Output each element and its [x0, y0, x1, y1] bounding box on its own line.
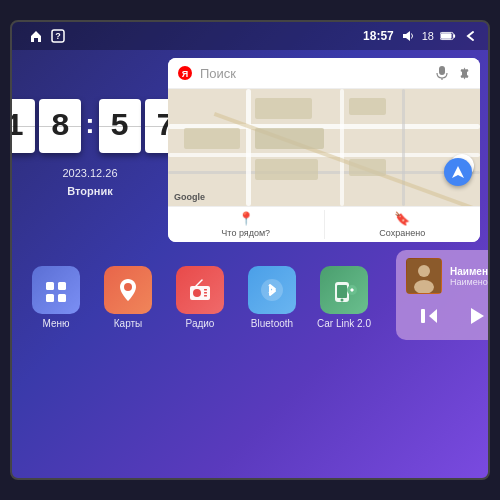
app-grid: Меню Карты — [20, 266, 380, 329]
app-item-menu[interactable]: Меню — [20, 266, 92, 329]
svg-rect-22 — [204, 292, 207, 294]
clock-hour-1: 1 — [10, 99, 35, 153]
flip-clock: 1 8 : 5 7 — [10, 99, 187, 153]
map-search-input[interactable]: Поиск — [200, 66, 428, 81]
svg-marker-2 — [403, 31, 410, 41]
music-avatar — [406, 258, 442, 294]
svg-text:?: ? — [55, 31, 61, 41]
svg-point-18 — [124, 283, 132, 291]
svg-marker-13 — [452, 166, 464, 178]
navigation-button[interactable] — [444, 158, 472, 186]
svg-marker-33 — [429, 309, 437, 323]
svg-line-24 — [196, 280, 202, 286]
google-logo: Google — [174, 192, 205, 202]
maps-app-icon — [104, 266, 152, 314]
carlink-app-icon — [320, 266, 368, 314]
clock-date: 2023.12.26 Вторник — [62, 165, 117, 200]
status-bar-right: 18:57 18 — [363, 28, 478, 44]
app-item-radio[interactable]: Радио — [164, 266, 236, 329]
clock-min-1: 5 — [99, 99, 141, 153]
battery-level: 18 — [422, 30, 434, 42]
svg-point-31 — [418, 265, 430, 277]
map-bottom-tabs: 📍 Что рядом? 🔖 Сохранено — [168, 206, 480, 242]
carlink-label: Car Link 2.0 — [317, 318, 371, 329]
clock-day-text: Вторник — [62, 183, 117, 201]
gear-icon[interactable] — [456, 65, 472, 81]
radio-label: Радио — [186, 318, 215, 329]
saved-icon: 🔖 — [394, 211, 410, 226]
svg-rect-16 — [46, 294, 54, 302]
svg-rect-34 — [421, 309, 425, 323]
music-info: Наименование песни Наименование певца — [450, 266, 490, 287]
map-tab-saved[interactable]: 🔖 Сохранено — [325, 207, 481, 242]
svg-rect-8 — [439, 66, 445, 75]
music-artist: Наименование певца — [450, 277, 490, 287]
svg-marker-35 — [471, 308, 484, 324]
menu-label: Меню — [42, 318, 69, 329]
status-bar: ? 18:57 18 — [12, 22, 488, 50]
music-title: Наименование песни — [450, 266, 490, 277]
battery-icon — [440, 28, 456, 44]
map-area[interactable]: ⊕ Google — [168, 89, 480, 206]
question-icon: ? — [50, 28, 66, 44]
music-controls — [406, 300, 490, 332]
play-button[interactable] — [460, 300, 490, 332]
app-item-bluetooth[interactable]: Bluetooth — [236, 266, 308, 329]
clock-date-text: 2023.12.26 — [62, 165, 117, 183]
menu-app-icon — [32, 266, 80, 314]
svg-rect-20 — [193, 289, 201, 297]
bluetooth-label: Bluetooth — [251, 318, 293, 329]
nearby-icon: 📍 — [238, 211, 254, 226]
clock-separator: : — [85, 110, 94, 138]
clock-hour-2: 8 — [39, 99, 81, 153]
home-icon[interactable] — [28, 28, 44, 44]
mic-icon[interactable] — [434, 65, 450, 81]
svg-point-28 — [341, 298, 344, 301]
svg-rect-17 — [58, 294, 66, 302]
nearby-label: Что рядом? — [221, 228, 270, 238]
bottom-section: Меню Карты — [12, 250, 488, 352]
clock-widget: 1 8 : 5 7 2023.12.26 Вторник — [20, 58, 160, 242]
svg-rect-21 — [204, 289, 207, 291]
back-icon[interactable] — [462, 28, 478, 44]
music-widget: Наименование песни Наименование певца — [396, 250, 490, 340]
app-item-maps[interactable]: Карты — [92, 266, 164, 329]
svg-rect-27 — [337, 285, 347, 298]
music-top: Наименование песни Наименование певца — [406, 258, 490, 294]
prev-button[interactable] — [415, 302, 443, 330]
svg-rect-15 — [58, 282, 66, 290]
status-time: 18:57 — [363, 29, 394, 43]
svg-rect-23 — [204, 295, 207, 297]
status-bar-left: ? — [22, 28, 66, 44]
map-search-bar: Я Поиск — [168, 58, 480, 89]
maps-label: Карты — [114, 318, 143, 329]
saved-label: Сохранено — [379, 228, 425, 238]
device-frame: ? 18:57 18 — [10, 20, 490, 480]
yandex-icon: Я — [176, 64, 194, 82]
radio-app-icon — [176, 266, 224, 314]
main-content: 1 8 : 5 7 2023.12.26 Вторник Я Поис — [12, 50, 488, 250]
svg-text:Я: Я — [182, 69, 188, 79]
bluetooth-app-icon — [248, 266, 296, 314]
map-widget[interactable]: Я Поиск — [168, 58, 480, 242]
app-item-carlink[interactable]: Car Link 2.0 — [308, 266, 380, 329]
svg-rect-4 — [441, 33, 452, 38]
volume-icon — [400, 28, 416, 44]
svg-rect-14 — [46, 282, 54, 290]
map-tab-nearby[interactable]: 📍 Что рядом? — [168, 207, 324, 242]
svg-rect-5 — [453, 34, 455, 38]
